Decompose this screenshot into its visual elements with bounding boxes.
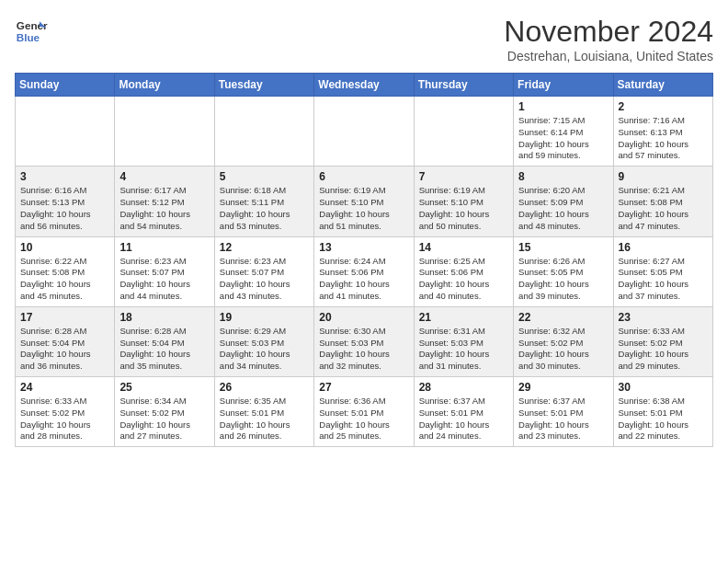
- calendar-cell: 15Sunrise: 6:26 AM Sunset: 5:05 PM Dayli…: [514, 236, 613, 306]
- calendar-cell: 18Sunrise: 6:28 AM Sunset: 5:04 PM Dayli…: [115, 306, 214, 376]
- calendar-cell: 1Sunrise: 7:15 AM Sunset: 6:14 PM Daylig…: [514, 97, 613, 167]
- calendar-cell: 14Sunrise: 6:25 AM Sunset: 5:06 PM Dayli…: [414, 236, 513, 306]
- calendar-cell: 13Sunrise: 6:24 AM Sunset: 5:06 PM Dayli…: [314, 236, 414, 306]
- day-info: Sunrise: 6:16 AM Sunset: 5:13 PM Dayligh…: [20, 185, 109, 232]
- calendar-cell: 30Sunrise: 6:38 AM Sunset: 5:01 PM Dayli…: [613, 377, 712, 447]
- day-info: Sunrise: 6:33 AM Sunset: 5:02 PM Dayligh…: [619, 326, 708, 373]
- day-info: Sunrise: 6:37 AM Sunset: 5:01 PM Dayligh…: [419, 396, 508, 442]
- svg-text:Blue: Blue: [17, 31, 40, 43]
- calendar-cell: 29Sunrise: 6:37 AM Sunset: 5:01 PM Dayli…: [514, 377, 613, 447]
- day-number: 15: [518, 241, 608, 254]
- day-number: 4: [119, 170, 209, 183]
- day-info: Sunrise: 6:23 AM Sunset: 5:07 PM Dayligh…: [119, 256, 209, 303]
- day-info: Sunrise: 6:19 AM Sunset: 5:10 PM Dayligh…: [419, 185, 508, 232]
- weekday-header-saturday: Saturday: [613, 74, 712, 97]
- day-number: 29: [518, 381, 608, 394]
- day-number: 25: [119, 381, 209, 394]
- week-row-1: 1Sunrise: 7:15 AM Sunset: 6:14 PM Daylig…: [16, 97, 713, 167]
- weekday-header-tuesday: Tuesday: [214, 74, 313, 97]
- calendar-cell: [214, 97, 313, 167]
- day-number: 13: [319, 241, 408, 254]
- calendar-cell: 27Sunrise: 6:36 AM Sunset: 5:01 PM Dayli…: [314, 377, 414, 447]
- day-info: Sunrise: 6:22 AM Sunset: 5:08 PM Dayligh…: [20, 256, 109, 303]
- day-number: 9: [619, 170, 708, 183]
- weekday-header-friday: Friday: [514, 74, 613, 97]
- calendar-cell: 9Sunrise: 6:21 AM Sunset: 5:08 PM Daylig…: [613, 167, 712, 236]
- week-row-5: 24Sunrise: 6:33 AM Sunset: 5:02 PM Dayli…: [16, 377, 713, 447]
- day-number: 20: [319, 311, 408, 324]
- week-row-2: 3Sunrise: 6:16 AM Sunset: 5:13 PM Daylig…: [16, 167, 713, 236]
- day-info: Sunrise: 6:28 AM Sunset: 5:04 PM Dayligh…: [119, 326, 209, 373]
- calendar-cell: 20Sunrise: 6:30 AM Sunset: 5:03 PM Dayli…: [314, 306, 414, 376]
- calendar-cell: 3Sunrise: 6:16 AM Sunset: 5:13 PM Daylig…: [16, 167, 115, 236]
- logo: General Blue: [15, 15, 48, 48]
- day-number: 18: [119, 311, 209, 324]
- day-info: Sunrise: 7:15 AM Sunset: 6:14 PM Dayligh…: [518, 115, 608, 162]
- day-number: 7: [419, 170, 508, 183]
- day-number: 11: [119, 241, 209, 254]
- day-number: 30: [619, 381, 708, 394]
- day-number: 22: [518, 311, 608, 324]
- day-info: Sunrise: 6:18 AM Sunset: 5:11 PM Dayligh…: [220, 185, 309, 232]
- weekday-header-row: SundayMondayTuesdayWednesdayThursdayFrid…: [16, 74, 713, 97]
- calendar-cell: 11Sunrise: 6:23 AM Sunset: 5:07 PM Dayli…: [115, 236, 214, 306]
- calendar-cell: 25Sunrise: 6:34 AM Sunset: 5:02 PM Dayli…: [115, 377, 214, 447]
- weekday-header-thursday: Thursday: [414, 74, 513, 97]
- day-number: 28: [419, 381, 508, 394]
- title-block: November 2024 Destrehan, Louisiana, Unit…: [504, 15, 713, 63]
- calendar-cell: 6Sunrise: 6:19 AM Sunset: 5:10 PM Daylig…: [314, 167, 414, 236]
- day-number: 26: [220, 381, 309, 394]
- day-number: 2: [619, 100, 708, 113]
- calendar-cell: [414, 97, 513, 167]
- weekday-header-sunday: Sunday: [16, 74, 115, 97]
- location: Destrehan, Louisiana, United States: [504, 49, 713, 63]
- day-info: Sunrise: 6:20 AM Sunset: 5:09 PM Dayligh…: [518, 185, 608, 232]
- day-info: Sunrise: 6:19 AM Sunset: 5:10 PM Dayligh…: [319, 185, 408, 232]
- day-number: 10: [20, 241, 109, 254]
- calendar-cell: 7Sunrise: 6:19 AM Sunset: 5:10 PM Daylig…: [414, 167, 513, 236]
- weekday-header-wednesday: Wednesday: [314, 74, 414, 97]
- day-info: Sunrise: 6:25 AM Sunset: 5:06 PM Dayligh…: [419, 256, 508, 303]
- calendar-cell: 4Sunrise: 6:17 AM Sunset: 5:12 PM Daylig…: [115, 167, 214, 236]
- day-info: Sunrise: 6:23 AM Sunset: 5:07 PM Dayligh…: [220, 256, 309, 303]
- calendar-cell: [314, 97, 414, 167]
- day-info: Sunrise: 6:32 AM Sunset: 5:02 PM Dayligh…: [518, 326, 608, 373]
- day-info: Sunrise: 6:17 AM Sunset: 5:12 PM Dayligh…: [119, 185, 209, 232]
- day-number: 17: [20, 311, 109, 324]
- day-number: 12: [220, 241, 309, 254]
- calendar-cell: [115, 97, 214, 167]
- day-number: 5: [220, 170, 309, 183]
- calendar-cell: [16, 97, 115, 167]
- calendar-cell: 17Sunrise: 6:28 AM Sunset: 5:04 PM Dayli…: [16, 306, 115, 376]
- day-info: Sunrise: 6:34 AM Sunset: 5:02 PM Dayligh…: [119, 396, 209, 442]
- day-info: Sunrise: 6:38 AM Sunset: 5:01 PM Dayligh…: [619, 396, 708, 442]
- day-info: Sunrise: 6:31 AM Sunset: 5:03 PM Dayligh…: [419, 326, 508, 373]
- day-info: Sunrise: 6:28 AM Sunset: 5:04 PM Dayligh…: [20, 326, 109, 373]
- calendar-cell: 28Sunrise: 6:37 AM Sunset: 5:01 PM Dayli…: [414, 377, 513, 447]
- day-number: 1: [518, 100, 608, 113]
- calendar-cell: 5Sunrise: 6:18 AM Sunset: 5:11 PM Daylig…: [214, 167, 313, 236]
- week-row-3: 10Sunrise: 6:22 AM Sunset: 5:08 PM Dayli…: [16, 236, 713, 306]
- day-info: Sunrise: 6:24 AM Sunset: 5:06 PM Dayligh…: [319, 256, 408, 303]
- calendar-cell: 2Sunrise: 7:16 AM Sunset: 6:13 PM Daylig…: [613, 97, 712, 167]
- day-number: 8: [518, 170, 608, 183]
- page-header: General Blue November 2024 Destrehan, Lo…: [15, 15, 713, 63]
- calendar-cell: 16Sunrise: 6:27 AM Sunset: 5:05 PM Dayli…: [613, 236, 712, 306]
- calendar-cell: 19Sunrise: 6:29 AM Sunset: 5:03 PM Dayli…: [214, 306, 313, 376]
- month-title: November 2024: [504, 15, 713, 49]
- day-number: 16: [619, 241, 708, 254]
- calendar-cell: 24Sunrise: 6:33 AM Sunset: 5:02 PM Dayli…: [16, 377, 115, 447]
- day-info: Sunrise: 6:29 AM Sunset: 5:03 PM Dayligh…: [220, 326, 309, 373]
- calendar-cell: 23Sunrise: 6:33 AM Sunset: 5:02 PM Dayli…: [613, 306, 712, 376]
- calendar-table: SundayMondayTuesdayWednesdayThursdayFrid…: [15, 73, 713, 447]
- day-info: Sunrise: 6:33 AM Sunset: 5:02 PM Dayligh…: [20, 396, 109, 442]
- calendar-cell: 22Sunrise: 6:32 AM Sunset: 5:02 PM Dayli…: [514, 306, 613, 376]
- day-info: Sunrise: 6:36 AM Sunset: 5:01 PM Dayligh…: [319, 396, 408, 442]
- day-number: 24: [20, 381, 109, 394]
- day-number: 23: [619, 311, 708, 324]
- day-info: Sunrise: 6:26 AM Sunset: 5:05 PM Dayligh…: [518, 256, 608, 303]
- day-number: 14: [419, 241, 508, 254]
- day-info: Sunrise: 6:27 AM Sunset: 5:05 PM Dayligh…: [619, 256, 708, 303]
- calendar-cell: 10Sunrise: 6:22 AM Sunset: 5:08 PM Dayli…: [16, 236, 115, 306]
- day-info: Sunrise: 6:35 AM Sunset: 5:01 PM Dayligh…: [220, 396, 309, 442]
